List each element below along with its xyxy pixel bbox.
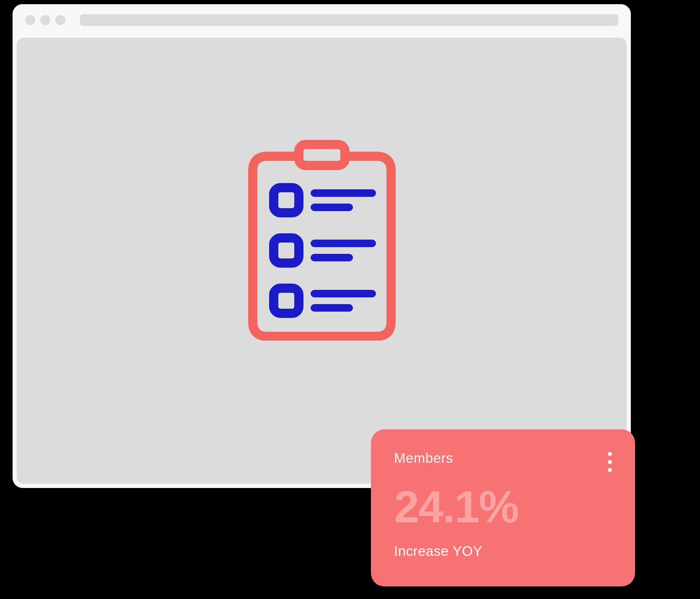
svg-rect-1 <box>274 188 299 213</box>
members-metric-card: Members 24.1% Increase YOY <box>371 429 635 586</box>
window-controls <box>25 15 65 25</box>
svg-rect-0 <box>299 145 345 165</box>
window-maximize-button[interactable] <box>55 15 65 25</box>
content-area <box>17 38 627 484</box>
vertical-dots-icon <box>608 468 612 472</box>
vertical-dots-icon <box>608 460 612 464</box>
window-close-button[interactable] <box>25 15 35 25</box>
card-value: 24.1% <box>394 480 612 533</box>
svg-rect-7 <box>274 288 299 313</box>
clipboard-checklist-icon <box>242 139 402 341</box>
address-bar[interactable] <box>80 14 618 26</box>
svg-rect-4 <box>274 238 299 263</box>
card-subtitle: Increase YOY <box>394 543 612 559</box>
card-title: Members <box>394 450 453 466</box>
window-minimize-button[interactable] <box>40 15 50 25</box>
card-header: Members <box>394 450 612 472</box>
card-menu-button[interactable] <box>608 450 612 472</box>
browser-window <box>13 4 631 488</box>
browser-titlebar <box>13 4 631 36</box>
vertical-dots-icon <box>608 452 612 456</box>
